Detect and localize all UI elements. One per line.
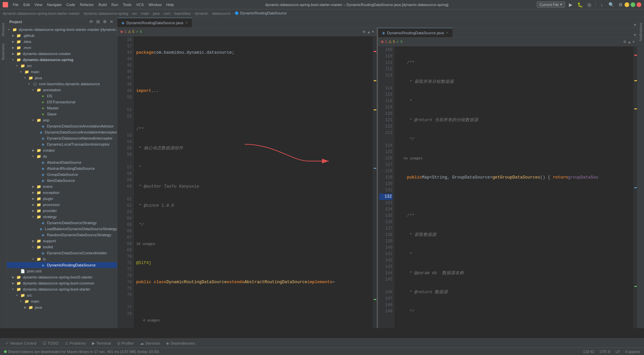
menu-tools[interactable]: Tools <box>121 2 133 7</box>
coverage-button[interactable]: ◎ <box>585 1 593 9</box>
tree-github[interactable]: ▶ 📁 .github <box>7 33 117 39</box>
tree-starter-java[interactable]: ▶ 📁 java <box>7 304 117 310</box>
tree-provider[interactable]: ▶ 📁 provider <box>7 208 117 214</box>
menu-code[interactable]: Code <box>64 2 77 7</box>
tree-creator-pkg[interactable]: ▶ 📁 creator <box>7 147 117 153</box>
tree-annotation[interactable]: ▾ 📁 annotation <box>7 87 117 93</box>
cursor-position[interactable]: 132:42 <box>582 350 596 354</box>
settings-icon[interactable]: ⚙ <box>102 19 108 25</box>
tree-ds-pkg[interactable]: ▾ 📁 ds <box>7 153 117 159</box>
tree-spring[interactable]: ▾ 📁 dynamic-datasource-spring <box>7 57 117 63</box>
structure-tab[interactable]: Structure <box>0 20 6 39</box>
tree-context-holder[interactable]: ▶ ◈ DynamicDataSourceContextHolder <box>7 250 117 256</box>
tree-pom[interactable]: ▶ 📄 pom.xml <box>7 268 117 274</box>
encoding-indicator[interactable]: UTF-8 <box>598 350 611 354</box>
tree-starter[interactable]: ▾ 📁 dynamic-datasource-spring-boot-start… <box>7 286 117 292</box>
menu-navigate[interactable]: Navigate <box>45 2 63 7</box>
indent-indicator[interactable]: 4 spaces <box>624 350 641 354</box>
tree-event[interactable]: ▶ 📁 event <box>7 184 117 190</box>
tree-lb-strategy[interactable]: ▶ ◈ LoadBalanceDynamicDataSourceStrategy <box>7 226 117 232</box>
tree-dsa-advisor[interactable]: ▶ ◈ DynamicDataSourceAnnotationAdvisor <box>7 123 117 129</box>
line-separator[interactable]: LF <box>614 350 621 354</box>
index-status[interactable]: Shared indexes are downloaded for Maven … <box>3 350 160 354</box>
menu-vcs[interactable]: VCS <box>134 2 146 7</box>
tree-plugin[interactable]: ▶ 📁 plugin <box>7 196 117 202</box>
debug-button[interactable]: 🐛 <box>576 1 584 9</box>
minimize-button[interactable] <box>625 2 629 7</box>
tree-toolkit[interactable]: ▾ 📁 toolkit <box>7 244 117 250</box>
tree-abstract-routing[interactable]: ▶ ◈ AbstractRoutingDataSource <box>7 165 117 171</box>
expand-icon2[interactable]: ⊕ <box>623 40 626 44</box>
services-tab[interactable]: ☁ Services <box>137 339 163 347</box>
tree-java[interactable]: ▾ 📁 java <box>7 75 117 81</box>
menu-window[interactable]: Window <box>147 2 164 7</box>
dependencies-tab[interactable]: ◈ Dependencies <box>163 339 198 347</box>
chevron-down-icon3[interactable]: ▾ <box>633 40 635 44</box>
notifications-tab[interactable]: Notifications <box>638 20 644 44</box>
profiler-tab[interactable]: ◎ Profiler <box>114 339 137 347</box>
tree-ds[interactable]: ▶ ● DS <box>7 93 117 99</box>
left-code-content[interactable]: package com.baomidou.dynamic.datasource;… <box>133 36 373 328</box>
search-everywhere-button[interactable]: 🔍 <box>607 1 615 9</box>
menu-bar[interactable]: File Edit View Navigate Code Refactor Bu… <box>11 2 176 7</box>
menu-edit[interactable]: Edit <box>21 2 32 7</box>
tree-main[interactable]: ▾ 📁 main <box>7 69 117 75</box>
sync-icon[interactable]: ⟳ <box>88 19 94 25</box>
sidebar-toolbar[interactable]: ⟳ ⊟ ⚙ ✕ <box>88 19 114 25</box>
tree-dsa-interceptor[interactable]: ▶ ◈ DynamicDataSourceAnnotationIntercept… <box>7 129 117 135</box>
right-pane-controls[interactable]: ⊕ ▲ ▾ <box>623 40 635 44</box>
tree-slave[interactable]: ▶ ● Slave <box>7 111 117 117</box>
menu-refactor[interactable]: Refactor <box>78 2 96 7</box>
tree-strategy[interactable]: ▾ 📁 strategy <box>7 214 117 220</box>
tree-exception[interactable]: ▶ 📁 exception <box>7 190 117 196</box>
terminal-tab[interactable]: ▶ Terminal <box>89 339 113 347</box>
tree-common[interactable]: ▶ 📁 dynamic-datasource-spring-boot-commo… <box>7 280 117 286</box>
tree-support[interactable]: ▶ 📁 support <box>7 238 117 244</box>
tree-src[interactable]: ▾ 📁 src <box>7 63 117 69</box>
right-code-content[interactable]: /** * 获取所有分组数据源 * * @return 当前所有的分组数据源 *… <box>394 46 633 328</box>
tree-dynamic-routing[interactable]: ▶ ◈ DynamicRoutingDataSource <box>7 262 117 268</box>
tree-tx[interactable]: ▾ 📁 tx <box>7 256 117 262</box>
close-sidebar-icon[interactable]: ✕ <box>108 19 114 25</box>
tree-abstract-ds[interactable]: ▶ ◈ AbstractDataSource <box>7 159 117 165</box>
close-button[interactable] <box>637 2 641 7</box>
menu-file[interactable]: File <box>11 2 21 7</box>
tab-right-file[interactable]: ◈ DynamicRoutingDataSource.java ✕ <box>378 28 453 37</box>
collapse-icon[interactable]: ⊟ <box>95 19 101 25</box>
tree-dlt-interceptor[interactable]: ▶ ◈ DynamicLocalTransactionInterceptor <box>7 141 117 147</box>
right-tab-menu[interactable]: ▾ <box>633 33 637 37</box>
tree-master[interactable]: ▶ ● Master <box>7 105 117 111</box>
menu-build[interactable]: Build <box>97 2 109 7</box>
tree-creator[interactable]: ▶ 📁 dynamic-datasource-creator <box>7 51 117 57</box>
run-button[interactable]: ▶ <box>567 1 575 9</box>
tree-item-ds[interactable]: ▶ ◈ ItemDataSource <box>7 178 117 184</box>
current-file-button[interactable]: Current File ▾ <box>537 1 565 8</box>
tree-rnd-strategy[interactable]: ▶ ◈ RandomDynamicDataSourceStrategy <box>7 232 117 238</box>
tree-idea[interactable]: ▶ 📁 .idea <box>7 39 117 45</box>
tab-left-file[interactable]: ◈ DynamicRoutingDataSource.java ✕ <box>117 18 192 27</box>
chevron-down-icon2[interactable]: ▾ <box>372 30 374 34</box>
menu-run[interactable]: Run <box>109 2 120 7</box>
menu-view[interactable]: View <box>33 2 45 7</box>
window-controls[interactable] <box>625 2 641 7</box>
tree-root[interactable]: ▾ 📁 dynamic-datasource-spring-boot-start… <box>7 27 117 33</box>
bookmarks-tab[interactable]: Bookmarks <box>0 41 6 63</box>
maximize-button[interactable] <box>631 2 635 7</box>
tree-package[interactable]: ▾ ◫ com.baomidou.dynamic.datasource <box>7 81 117 87</box>
tree-starter-main[interactable]: ▾ 📁 main <box>7 298 117 304</box>
tree-ddn-interceptor[interactable]: ▶ ◈ DynamicDatasourceNamedInterceptor <box>7 135 117 141</box>
tab-menu-icon[interactable]: ▾ <box>633 22 637 27</box>
settings-button[interactable]: ⚙ <box>616 1 625 9</box>
right-code-editor[interactable]: 109 110 111 112 113 114 115 118 119 120 … <box>378 46 637 328</box>
tree-dstransactional[interactable]: ▶ ● DSTransactional <box>7 99 117 105</box>
vcs-update-button[interactable]: ↓ <box>598 1 606 9</box>
problems-tab[interactable]: ⚠ Problems <box>62 339 89 347</box>
pane-controls[interactable]: ⊕ ▲ ▾ <box>363 30 374 34</box>
close-tab-icon[interactable]: ✕ <box>185 21 188 24</box>
tree-mvn[interactable]: ▶ 📁 .mvn <box>7 45 117 51</box>
left-code-editor[interactable]: 16 17 43 44 45 46 47 48 49 50 51 52 <box>117 36 377 328</box>
tree-starter-src[interactable]: ▾ 📁 src <box>7 292 117 298</box>
chevron-up-icon[interactable]: ▲ <box>367 30 371 34</box>
expand-icon[interactable]: ⊕ <box>363 30 366 34</box>
menu-help[interactable]: Help <box>164 2 176 7</box>
